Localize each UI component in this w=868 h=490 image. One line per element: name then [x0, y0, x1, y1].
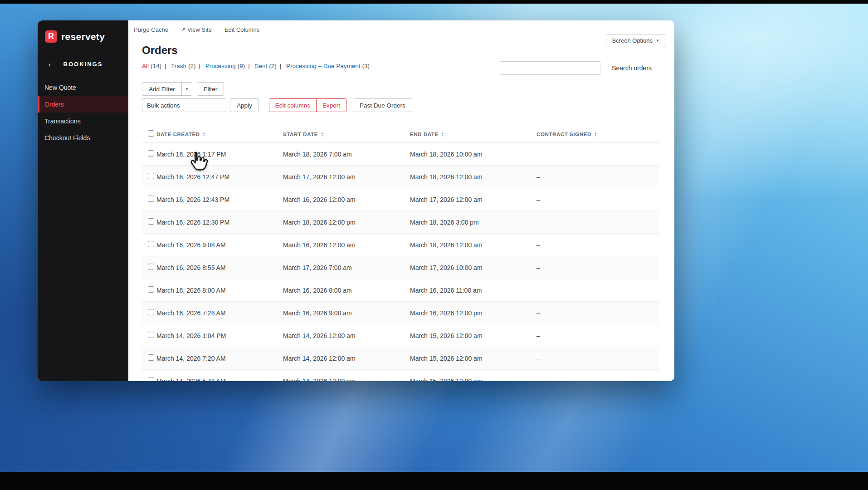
status-filter-count: (3) [362, 63, 370, 69]
cell-contract-signed: – [536, 264, 658, 271]
apply-button[interactable]: Apply [230, 98, 259, 112]
collapse-chevron-icon[interactable]: ‹ [49, 60, 51, 68]
table-body: March 16, 2026 1:17 PM March 18, 2026 7:… [142, 143, 658, 381]
cell-date-created: March 14, 2026 7:20 AM [156, 355, 283, 362]
column-header-date-created[interactable]: DATE CREATED ▲▼ [156, 132, 283, 137]
brand-wordmark: reservety [61, 31, 105, 42]
status-filter-link[interactable]: All [142, 63, 149, 69]
cell-end-date: March 15, 2026 12:00 am [410, 377, 536, 382]
row-checkbox[interactable] [148, 150, 154, 157]
external-link-icon: ↗ [181, 26, 185, 33]
past-due-orders-button[interactable]: Past Due Orders [353, 98, 412, 112]
cell-end-date: March 15, 2026 12:00 am [410, 355, 536, 362]
column-header-start-date[interactable]: START DATE ▲▼ [283, 132, 410, 137]
bulk-actions-select[interactable]: Bulk actions [142, 98, 226, 112]
search-input[interactable] [500, 61, 600, 75]
export-button[interactable]: Export [316, 99, 346, 112]
cell-date-created: March 16, 2026 12:43 PM [156, 196, 283, 203]
row-checkbox[interactable] [148, 264, 154, 270]
cell-date-created: March 16, 2026 9:08 AM [156, 241, 283, 249]
cell-contract-signed: – [536, 287, 658, 294]
column-header-contract-signed[interactable]: CONTRACT SIGNED ▲▼ [536, 132, 658, 137]
desktop: R reservety ‹ BOOKINGS New Quote Orders … [0, 0, 868, 490]
cell-date-created: March 16, 2026 1:17 PM [156, 151, 283, 158]
sort-icon[interactable]: ▲▼ [321, 132, 324, 137]
column-header-end-date[interactable]: END DATE ▲▼ [410, 132, 536, 137]
sidebar-item[interactable]: Orders [38, 96, 128, 113]
row-checkbox[interactable] [148, 218, 154, 225]
sidebar-item[interactable]: New Quote [38, 79, 128, 96]
browser-app-window: R reservety ‹ BOOKINGS New Quote Orders … [38, 20, 674, 381]
row-checkbox[interactable] [148, 377, 154, 381]
table-row: March 14, 2026 7:20 AM March 14, 2026 12… [142, 347, 658, 370]
status-filter-link[interactable]: Trash [171, 63, 186, 69]
caret-down-icon[interactable]: ▾ [181, 83, 192, 95]
topbar-link[interactable]: Edit Columns [224, 26, 259, 33]
filter-button[interactable]: Filter [197, 82, 224, 96]
search-orders-button[interactable]: Search orders [612, 64, 652, 72]
sort-icon[interactable]: ▲▼ [594, 132, 597, 137]
cell-date-created: March 14, 2026 1:04 PM [156, 332, 283, 339]
cell-end-date: March 16, 2026 12:00 pm [410, 309, 536, 317]
status-filter-link[interactable]: Processing – Due Payment [286, 63, 361, 69]
sidebar-section-label: BOOKINGS [63, 61, 103, 68]
cell-start-date: March 16, 2026 8:00 am [283, 287, 410, 294]
sort-icon[interactable]: ▲▼ [203, 132, 206, 137]
sidebar-item-label: Checkout Fields [44, 134, 90, 142]
cell-start-date: March 18, 2026 7:00 am [283, 151, 410, 158]
topbar-link[interactable]: Purge Cache [134, 26, 168, 33]
sidebar-item[interactable]: Checkout Fields [38, 129, 128, 146]
topbar-link-label: Edit Columns [224, 26, 259, 33]
cell-date-created: March 16, 2026 7:28 AM [156, 309, 283, 317]
row-checkbox[interactable] [148, 173, 154, 179]
sidebar-section-header: ‹ BOOKINGS [38, 56, 128, 72]
edit-columns-button[interactable]: Edit columns [269, 99, 316, 112]
sidebar-menu: New Quote Orders Transactions Checkout F… [38, 79, 128, 146]
cell-start-date: March 16, 2026 12:00 am [283, 241, 410, 249]
add-filter-button[interactable]: Add Filter [142, 83, 181, 95]
admin-topbar: Purge Cache ↗ View Site Edit Columns [128, 20, 674, 39]
search-area: Search orders [500, 61, 652, 75]
table-row: March 16, 2026 8:00 AM March 16, 2026 8:… [142, 279, 658, 302]
table-row: March 16, 2026 7:28 AM March 16, 2026 9:… [142, 302, 658, 324]
cell-date-created: March 16, 2026 8:55 AM [156, 264, 283, 271]
table-row: March 16, 2026 12:43 PM March 16, 2026 1… [142, 188, 658, 211]
page-title: Orders [142, 44, 658, 57]
select-all-checkbox[interactable] [148, 130, 154, 137]
sidebar-item[interactable]: Transactions [38, 113, 128, 129]
status-filter: All(14) [142, 63, 170, 69]
topbar-link[interactable]: ↗ View Site [181, 26, 212, 33]
table-row: March 16, 2026 12:30 PM March 18, 2026 1… [142, 211, 658, 234]
header-check-cell [142, 130, 156, 138]
status-filter-link[interactable]: Processing [205, 63, 236, 69]
status-filter-count: (9) [238, 63, 245, 69]
cell-date-created: March 16, 2026 12:30 PM [156, 219, 283, 226]
row-checkbox[interactable] [148, 196, 154, 202]
cell-contract-signed: – [536, 151, 658, 158]
sort-icon[interactable]: ▲▼ [441, 132, 444, 137]
cell-date-created: March 16, 2026 12:47 PM [156, 173, 283, 181]
screen-options-button[interactable]: Screen Options ▼ [606, 34, 665, 47]
row-check-cell [142, 377, 156, 381]
table-row: March 14, 2026 1:04 PM March 14, 2026 12… [142, 324, 658, 347]
cell-start-date: March 18, 2026 12:00 pm [283, 219, 410, 226]
cell-end-date: March 18, 2026 12:00 am [410, 241, 536, 249]
cell-start-date: March 17, 2026 12:00 am [283, 173, 410, 181]
table-row: March 16, 2026 12:47 PM March 17, 2026 1… [142, 166, 658, 188]
row-checkbox[interactable] [148, 309, 154, 315]
bottom-black-bar [0, 472, 868, 490]
reservety-logo-icon: R [45, 30, 57, 43]
edit-export-button-group: Edit columns Export [269, 98, 346, 112]
row-checkbox[interactable] [148, 354, 154, 361]
status-filter: Processing – Due Payment(3) [286, 63, 370, 69]
row-checkbox[interactable] [148, 241, 154, 247]
row-check-cell [142, 309, 156, 317]
row-checkbox[interactable] [148, 332, 154, 338]
row-checkbox[interactable] [148, 286, 154, 293]
status-filter-link[interactable]: Sent [254, 63, 267, 69]
cell-start-date: March 17, 2026 7:00 am [283, 264, 410, 271]
table-row: March 16, 2026 9:08 AM March 16, 2026 12… [142, 234, 658, 256]
row-check-cell [142, 150, 156, 158]
sidebar: R reservety ‹ BOOKINGS New Quote Orders … [38, 20, 128, 381]
status-filter: Processing(9) [205, 63, 253, 69]
